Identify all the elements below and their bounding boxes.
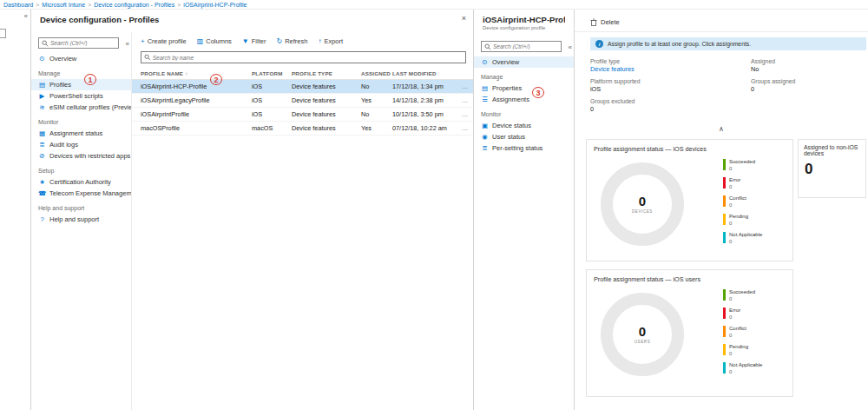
- non-ios-devices-card: Assigned to non-iOS devices 0: [798, 139, 866, 198]
- sidebar-item-audit-logs[interactable]: ≣ Audit logs: [31, 139, 131, 150]
- table-row[interactable]: iOSAirprintProfile iOS Device features N…: [132, 108, 473, 122]
- legend-label: Not Applicable: [729, 232, 762, 238]
- row-context-menu[interactable]: …: [462, 110, 468, 118]
- cell-profile-type: Device features: [292, 124, 361, 132]
- sidebar-item-per-setting-status[interactable]: ≣ Per-setting status: [474, 142, 574, 154]
- sidebar-item-powershell-scripts[interactable]: ▶ PowerShell scripts: [31, 90, 131, 102]
- overview-pane: Delete i Assign profile to at least one …: [575, 10, 868, 410]
- col-last-modified[interactable]: LAST MODIFIED: [392, 70, 458, 76]
- collapse-menu-icon[interactable]: «: [126, 40, 129, 48]
- sidebar-item-assignments[interactable]: ☰ Assignments: [474, 94, 574, 105]
- cell-profile-name: macOSProfile: [141, 124, 252, 132]
- cell-assigned: No: [361, 83, 392, 90]
- breadcrumb-link[interactable]: iOSAirprint-HCP-Profile: [183, 2, 247, 8]
- table-row[interactable]: macOSProfile macOS Device features Yes 0…: [132, 122, 473, 136]
- restricted-apps-icon: ⊘: [38, 152, 46, 160]
- cell-last-modified: 10/12/18, 3:50 pm: [392, 110, 458, 118]
- columns-button[interactable]: ▥ Columns: [197, 37, 232, 45]
- refresh-icon: ↻: [276, 37, 282, 45]
- collapse-menu-icon[interactable]: «: [569, 43, 572, 51]
- legend-color-bar: [723, 308, 726, 319]
- legend-color-bar: [723, 232, 726, 243]
- col-profile-type[interactable]: PROFILE TYPE: [292, 70, 361, 76]
- sidebar-item-label: Devices with restricted apps: [49, 152, 130, 160]
- profile-type-link[interactable]: Device features: [590, 65, 751, 73]
- export-button[interactable]: ↑ Export: [318, 37, 343, 45]
- sidebar-item-label: Audit logs: [49, 141, 78, 149]
- legend-value: 0: [729, 166, 755, 171]
- menu-search[interactable]: [481, 41, 562, 52]
- assignments-icon: ☰: [481, 96, 489, 103]
- cell-profile-name: iOSAirprint-HCP-Profile: [141, 83, 252, 90]
- donut-label: DEVICES: [632, 209, 653, 214]
- sidebar-item-properties[interactable]: ▤ Properties: [474, 83, 574, 94]
- sidebar-item-restricted-apps[interactable]: ⊘ Devices with restricted apps: [31, 150, 131, 162]
- sidebar-item-overview[interactable]: ⊙ Overview: [474, 56, 574, 68]
- legend-item: Not Applicable0: [723, 232, 786, 244]
- search-icon: [42, 40, 49, 47]
- breadcrumb-link[interactable]: Microsoft Intune: [42, 2, 85, 8]
- menu-section-header: Monitor: [31, 113, 131, 128]
- chart-legend: Succeeded0 Error0 Conflict0 Pending0 Not…: [723, 289, 786, 380]
- legend-value: 0: [729, 351, 748, 356]
- columns-label: Columns: [206, 37, 232, 45]
- legend-label: Succeeded: [729, 289, 755, 295]
- row-context-menu[interactable]: …: [462, 83, 468, 90]
- filter-button[interactable]: ▼ Filter: [242, 37, 266, 45]
- row-context-menu[interactable]: …: [462, 124, 468, 132]
- create-profile-button[interactable]: + Create profile: [141, 37, 187, 45]
- search-by-name-input[interactable]: [153, 55, 463, 61]
- refresh-button[interactable]: ↻ Refresh: [276, 37, 307, 45]
- breadcrumb-separator: >: [88, 2, 91, 8]
- chart-title: Profile assignment status — iOS users: [587, 270, 792, 283]
- breadcrumb: Dashboard > Microsoft Intune > Device co…: [0, 0, 868, 10]
- menu-search[interactable]: [38, 37, 119, 49]
- sidebar-item-profiles[interactable]: ▤ Profiles: [31, 79, 131, 90]
- sidebar-item-telecom-expense[interactable]: ☎ Telecom Expense Management: [31, 188, 131, 199]
- sidebar-item-certification-authority[interactable]: ★ Certification Authority: [31, 176, 131, 188]
- table-row[interactable]: iOSAirprintLegacyProfile iOS Device feat…: [132, 94, 473, 108]
- legend-value: 0: [729, 184, 740, 189]
- filter-icon: ▼: [242, 37, 249, 45]
- legend-label: Succeeded: [729, 159, 755, 165]
- field-label: Groups excluded: [590, 98, 751, 104]
- col-profile-name[interactable]: PROFILE NAME↑: [141, 70, 252, 76]
- collapse-rail-icon[interactable]: «: [24, 12, 28, 20]
- breadcrumb-link[interactable]: Device configuration - Profiles: [94, 2, 174, 8]
- chart-legend: Succeeded0 Error0 Conflict0 Pending0 Not…: [723, 159, 786, 250]
- per-setting-status-icon: ≣: [481, 144, 489, 152]
- sidebar-item-label: PowerShell scripts: [49, 92, 103, 100]
- search-input[interactable]: [493, 43, 558, 50]
- sidebar-item-overview[interactable]: ⊙ Overview: [31, 53, 131, 64]
- search-icon: [144, 54, 151, 61]
- list-search[interactable]: [141, 51, 466, 63]
- cell-profile-type: Device features: [292, 110, 361, 118]
- sidebar-item-label: Telecom Expense Management: [49, 189, 131, 197]
- sidebar-item-user-status[interactable]: ◉ User status: [474, 131, 574, 142]
- legend-label: Pending: [729, 214, 748, 220]
- breadcrumb-separator: >: [36, 2, 39, 8]
- sidebar-item-esim-profiles[interactable]: ≋ eSIM cellular profiles (Preview): [31, 102, 131, 113]
- row-context-menu[interactable]: …: [462, 96, 468, 104]
- table-row[interactable]: iOSAirprint-HCP-Profile iOS Device featu…: [132, 80, 473, 94]
- sidebar-item-device-status[interactable]: ▣ Device status: [474, 120, 574, 131]
- plus-icon: +: [141, 37, 145, 45]
- field-label: Assigned: [751, 58, 795, 64]
- assignment-status-icon: ▦: [38, 129, 46, 137]
- breadcrumb-link[interactable]: Dashboard: [3, 2, 33, 8]
- col-assigned[interactable]: ASSIGNED: [361, 70, 392, 76]
- close-icon[interactable]: ×: [462, 14, 466, 23]
- col-platform[interactable]: PLATFORM: [252, 70, 292, 76]
- device-status-icon: ▣: [481, 122, 489, 129]
- legend-color-bar: [723, 344, 726, 355]
- sidebar-item-help-support[interactable]: ? Help and support: [31, 214, 131, 225]
- esim-icon: ≋: [38, 103, 46, 111]
- legend-label: Conflict: [729, 326, 746, 332]
- sidebar-item-assignment-status[interactable]: ▦ Assignment status: [31, 128, 131, 139]
- donut-value: 0: [639, 195, 646, 208]
- search-input[interactable]: [50, 40, 115, 46]
- delete-button[interactable]: Delete: [575, 18, 868, 32]
- collapse-essentials-chevron[interactable]: ∧: [575, 125, 868, 133]
- legend-value: 0: [729, 333, 746, 338]
- assignment-warning-banner[interactable]: i Assign profile to at least one group. …: [590, 37, 866, 50]
